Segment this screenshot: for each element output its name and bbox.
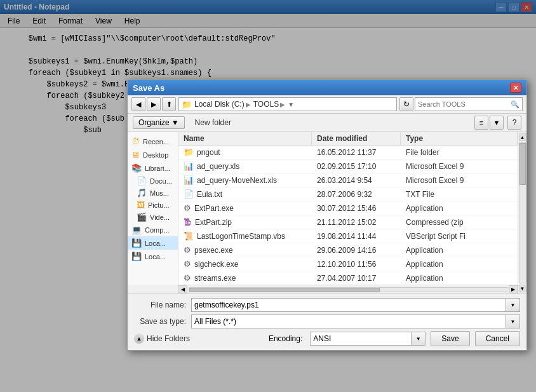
address-dropdown-arrow[interactable]: ▼ [288,101,294,108]
vertical-scrollbar[interactable]: ▲ ▼ [518,132,526,294]
address-bar[interactable]: 📁 Local Disk (C:) ▶ TOOLS ▶ ▼ [178,97,397,111]
file-name-cell: ⚙ psexec.exe [178,244,312,256]
search-box[interactable]: 🔍 [415,97,523,111]
nav-label-pictures: Pictu... [148,201,170,209]
videos-icon: 🎬 [137,212,147,222]
table-row[interactable]: 🗜 ExtPart.zip 21.11.2012 15:02 Compresse… [178,215,518,229]
file-icon: ⚙ [184,259,191,269]
file-list[interactable]: Name Date modified Type 📁 pngout 16.05.2… [178,132,518,285]
col-header-date[interactable]: Date modified [312,132,401,145]
nav-label-local-2: Loca... [145,253,166,260]
breadcrumb-separator-2: ▶ [280,101,285,108]
documents-icon: 📄 [137,176,147,186]
back-button[interactable]: ◀ [131,97,145,111]
table-row[interactable]: 📄 Eula.txt 28.07.2006 9:32 TXT File [178,187,518,201]
scroll-track[interactable] [189,287,507,292]
col-header-name[interactable]: Name [178,132,312,145]
save-as-dialog: Save As ✕ ◀ ▶ ⬆ 📁 Local Disk (C:) ▶ TOOL… [127,79,527,351]
nav-item-computer[interactable]: 💻 Comp... [128,223,178,236]
music-icon: 🎵 [137,188,147,198]
breadcrumb-text: Local Disk (C:) [194,100,245,109]
back-icon: ◀ [136,100,141,109]
nav-label-libraries: Librari... [145,165,170,172]
new-folder-button[interactable]: New folder [190,117,236,128]
help-button[interactable]: ? [507,116,521,130]
nav-item-recent[interactable]: ⏱ Recen... [128,135,178,148]
table-row[interactable]: 📊 ad_query-MoveNext.xls 26.03.2014 9:54 … [178,173,518,187]
breadcrumb-local-disk[interactable]: Local Disk (C:) ▶ [194,100,251,109]
file-rows-container: 📁 pngout 16.05.2012 11:37 File folder 📊 … [178,145,518,285]
hide-folders-icon[interactable]: ▲ [134,334,144,344]
nav-item-videos[interactable]: 🎬 Vide... [128,211,178,223]
nav-label-recent: Recen... [143,138,169,145]
table-row[interactable]: ⚙ streams.exe 27.04.2007 10:17 Applicati… [178,271,518,285]
file-date-cell: 30.07.2012 15:46 [312,203,401,214]
saveastype-dropdown-button[interactable]: ▼ [506,314,520,328]
scroll-track-vertical[interactable] [519,142,526,283]
breadcrumb-tools[interactable]: TOOLS ▶ [253,100,285,109]
view-dropdown-button[interactable]: ▼ [490,116,504,130]
file-date-cell: 29.06.2009 14:16 [312,245,401,256]
table-row[interactable]: ⚙ ExtPart.exe 30.07.2012 15:46 Applicati… [178,201,518,215]
nav-item-documents[interactable]: 📄 Docu... [128,175,178,187]
file-date-cell: 27.04.2007 10:17 [312,273,401,284]
file-name: Eula.txt [197,190,222,199]
nav-item-desktop[interactable]: 🖥 Desktop [128,148,178,161]
table-row[interactable]: ⚙ sigcheck.exe 12.10.2010 11:56 Applicat… [178,257,518,271]
file-name: ad_query-MoveNext.xls [197,176,277,185]
file-icon: 📊 [184,175,194,185]
scroll-thumb[interactable] [189,288,380,292]
nav-item-libraries[interactable]: 📚 Librari... [128,161,178,175]
organize-button[interactable]: Organize ▼ [133,116,185,129]
file-icon: 📜 [184,231,194,241]
table-row[interactable]: 📜 LastLogonTimeStamp.vbs 19.08.2014 11:4… [178,229,518,243]
table-row[interactable]: ⚙ psexec.exe 29.06.2009 14:16 Applicatio… [178,243,518,257]
saveastype-input-wrapper: ▼ [191,314,520,328]
col-header-type[interactable]: Type [401,132,518,145]
nav-item-local-disk-2[interactable]: 💾 Loca... [128,250,178,263]
file-name-cell: 📁 pngout [178,146,312,158]
scroll-right-button[interactable]: ▶ [509,285,518,294]
encoding-input[interactable] [310,332,412,346]
file-date-cell: 26.03.2014 9:54 [312,175,401,186]
up-icon: ⬆ [166,100,172,109]
scroll-down-button[interactable]: ▼ [519,285,526,292]
view-button[interactable]: ≡ [474,116,488,130]
breadcrumb-text: TOOLS [253,100,279,109]
file-type-cell: File folder [401,147,518,158]
scroll-thumb-vertical[interactable] [519,143,526,185]
file-name-cell: 📊 ad_query.xls [178,160,312,172]
dialog-close-button[interactable]: ✕ [510,83,521,93]
scroll-left-button[interactable]: ◀ [178,285,187,294]
filename-input-wrapper: ▼ [191,298,520,312]
scroll-up-button[interactable]: ▲ [519,133,526,141]
view-icon: ≡ [479,119,483,126]
horizontal-scrollbar[interactable]: ◀ ▶ [178,285,518,294]
nav-item-pictures[interactable]: 🖼 Pictu... [128,199,178,211]
file-icon: ⚙ [184,273,191,283]
file-type-cell: Microsoft Excel 9 [401,175,518,186]
file-date-cell: 12.10.2010 11:56 [312,259,401,270]
hide-folders-row: ▲ Hide Folders [134,334,190,344]
nav-item-music[interactable]: 🎵 Mus... [128,187,178,199]
table-row[interactable]: 📁 pngout 16.05.2012 11:37 File folder [178,145,518,159]
encoding-dropdown-button[interactable]: ▼ [412,332,425,346]
refresh-button[interactable]: ↻ [399,97,413,111]
hide-folders-label[interactable]: Hide Folders [147,334,190,343]
file-name: ExtPart.exe [194,204,234,213]
filename-input[interactable] [191,298,506,312]
save-button[interactable]: Save [431,331,469,346]
search-input[interactable] [418,100,508,108]
saveastype-input[interactable] [191,314,506,328]
computer-icon: 💻 [131,225,142,234]
cancel-button[interactable]: Cancel [475,331,520,346]
nav-label-local-1: Loca... [145,240,166,247]
filename-dropdown-button[interactable]: ▼ [506,298,520,312]
nav-item-local-disk-1[interactable]: 💾 Loca... [128,236,178,250]
file-date-cell: 21.11.2012 15:02 [312,217,401,228]
file-name-cell: 📊 ad_query-MoveNext.xls [178,174,312,186]
file-icon: 🗜 [184,217,192,227]
forward-button[interactable]: ▶ [147,97,161,111]
up-button[interactable]: ⬆ [162,97,176,111]
table-row[interactable]: 📊 ad_query.xls 02.09.2015 17:10 Microsof… [178,159,518,173]
